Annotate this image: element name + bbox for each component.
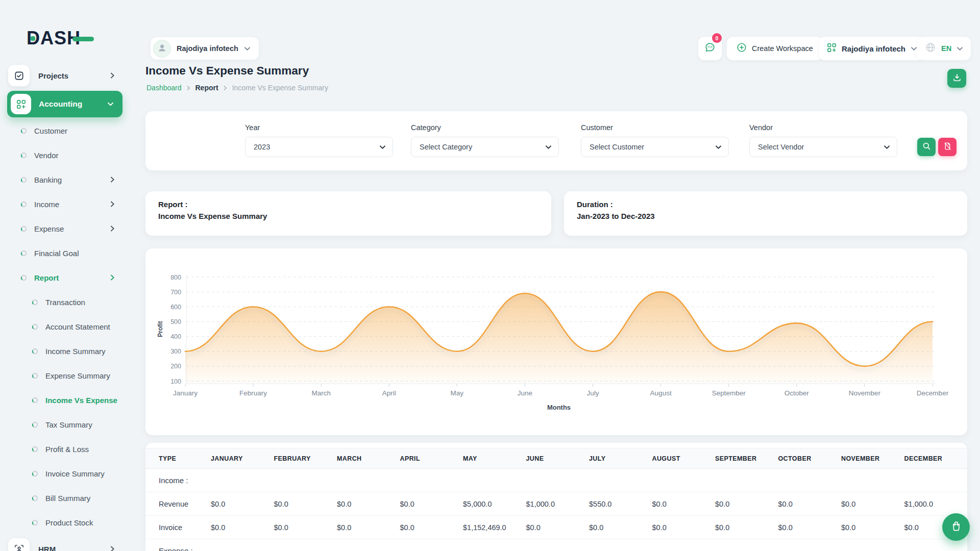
sidebar-item-invoice-summary[interactable]: Invoice Summary [0, 461, 128, 486]
breadcrumb-report[interactable]: Report [195, 84, 218, 92]
x-axis-title: Months [547, 404, 571, 411]
column-header-august: AUGUST [652, 448, 716, 469]
breadcrumb-dashboard[interactable]: Dashboard [146, 84, 182, 92]
sidebar-item-customer[interactable]: Customer [0, 118, 128, 143]
sidebar-item-banking[interactable]: Banking [0, 167, 128, 192]
sidebar-item-profit-loss[interactable]: Profit & Loss [0, 437, 128, 461]
filter-label: Vendor [749, 123, 897, 132]
category-select[interactable]: Select Category [411, 137, 559, 157]
account-menu[interactable]: Rajodiya infotech [819, 37, 925, 60]
sidebar-item-report[interactable]: Report [0, 265, 128, 290]
cell-value: $0.0 [841, 492, 904, 516]
vendor-select[interactable]: Select Vendor [749, 137, 897, 157]
sidebar-item-label: Projects [38, 71, 68, 80]
cell-value: $0.0 [274, 492, 337, 516]
chart-card: 100200300400500600700800JanuaryFebruaryM… [145, 248, 967, 435]
report-table-card: TYPEJANUARYFEBRUARYMARCHAPRILMAYJUNEJULY… [145, 443, 967, 551]
workspace-selector[interactable]: Rajodiya infotech [151, 37, 259, 60]
table-row: Revenue$0.0$0.0$0.0$0.0$5,000.0$1,000.0$… [145, 492, 967, 516]
shopping-bag-icon [950, 520, 962, 534]
search-button[interactable] [917, 138, 936, 156]
cell-value: $0.0 [211, 516, 274, 539]
sidebar-item-projects[interactable]: Projects [0, 61, 128, 90]
create-workspace-button[interactable]: Create Workspace [727, 37, 823, 60]
chevron-right-icon [110, 72, 115, 79]
sidebar-item-label: Profit & Loss [45, 445, 89, 454]
sidebar-item-label: Income Summary [45, 347, 106, 356]
sidebar-item-label: Customer [34, 127, 67, 135]
sidebar-item-income-summary[interactable]: Income Summary [0, 339, 128, 363]
ring-bullet-icon [32, 421, 38, 428]
select-value: 2023 [254, 143, 270, 151]
profit-area-chart: 100200300400500600700800JanuaryFebruaryM… [153, 268, 954, 427]
account-name: Rajodiya infotech [842, 44, 905, 53]
cell-value: $1,000.0 [904, 492, 968, 516]
messages-button[interactable]: 0 [698, 37, 722, 60]
sidebar-item-label: Expense Summary [45, 371, 110, 380]
sidebar-item-finacial-goal[interactable]: Finacial Goal [0, 241, 128, 265]
sidebar-item-account-statement[interactable]: Account Statement [0, 314, 128, 339]
cell-value: $5,000.0 [463, 492, 526, 516]
filter-card: Year 2023 Category Select Category Custo… [145, 111, 967, 170]
column-header-september: SEPTEMBER [715, 448, 778, 469]
ring-bullet-icon [32, 397, 38, 404]
grid-plus-icon [11, 94, 31, 114]
y-tick-label: 500 [170, 318, 181, 325]
sidebar-item-label: Income Vs Expense [45, 396, 117, 405]
chevron-right-icon [110, 226, 115, 232]
cart-fab-button[interactable] [942, 513, 970, 541]
column-header-april: APRIL [400, 448, 463, 469]
chevron-down-icon [957, 46, 963, 51]
app-logo[interactable]: DASH [27, 27, 103, 50]
x-tick-label: May [451, 389, 464, 397]
filter-field-vendor: Vendor Select Vendor [749, 123, 897, 132]
sidebar-item-transaction[interactable]: Transaction [0, 290, 128, 314]
active-nav-pill: Accounting [7, 91, 122, 117]
year-select[interactable]: 2023 [245, 137, 393, 157]
cell-value: $0.0 [778, 516, 842, 539]
row-label: Invoice [145, 516, 211, 539]
globe-icon [925, 42, 936, 55]
filter-label: Year [245, 123, 393, 132]
download-button[interactable] [947, 69, 966, 88]
sidebar-item-tax-summary[interactable]: Tax Summary [0, 412, 128, 437]
sidebar-item-income-vs-expense[interactable]: Income Vs Expense [0, 388, 128, 412]
ring-bullet-icon [20, 226, 27, 232]
sidebar-item-expense-summary[interactable]: Expense Summary [0, 363, 128, 388]
cell-value: $0.0 [526, 516, 590, 539]
chevron-right-icon [110, 201, 115, 208]
x-tick-label: October [785, 389, 810, 397]
sidebar-item-hrm[interactable]: HRM [0, 535, 128, 551]
sidebar-item-bill-summary[interactable]: Bill Summary [0, 486, 128, 510]
sidebar-item-expense[interactable]: Expense [0, 216, 128, 241]
filter-field-year: Year 2023 [245, 123, 393, 132]
workspace-name: Rajodiya infotech [177, 44, 238, 53]
row-label: Revenue [145, 492, 211, 516]
ring-bullet-icon [32, 495, 38, 502]
x-tick-label: December [917, 389, 949, 397]
sidebar-item-accounting[interactable]: Accounting [0, 90, 128, 118]
cell-value: $0.0 [274, 516, 337, 539]
filter-label: Category [411, 123, 559, 132]
customer-select[interactable]: Select Customer [581, 137, 729, 157]
sidebar-item-label: Report [34, 273, 59, 282]
chevron-down-icon [107, 102, 114, 107]
chat-bubble-icon [704, 41, 716, 56]
workspace-avatar [153, 40, 171, 58]
ring-bullet-icon [20, 177, 27, 183]
language-selector[interactable]: EN [917, 37, 971, 60]
chevron-right-icon [110, 177, 115, 183]
y-tick-label: 800 [170, 274, 181, 281]
section-label: Expense : [145, 539, 967, 551]
sidebar-item-vendor[interactable]: Vendor [0, 143, 128, 167]
y-axis-title: Profit [157, 321, 164, 337]
sidebar-item-product-stock[interactable]: Product Stock [0, 510, 128, 535]
x-tick-label: February [239, 389, 267, 397]
breadcrumb-current: Income Vs Expense Summary [232, 84, 328, 92]
reset-filter-button[interactable] [938, 138, 957, 156]
sidebar-item-income[interactable]: Income [0, 192, 128, 216]
chevron-right-icon [110, 546, 115, 551]
sidebar-item-label: Vendor [34, 151, 59, 160]
ring-bullet-icon [20, 250, 27, 257]
cell-value: $0.0 [715, 516, 778, 539]
